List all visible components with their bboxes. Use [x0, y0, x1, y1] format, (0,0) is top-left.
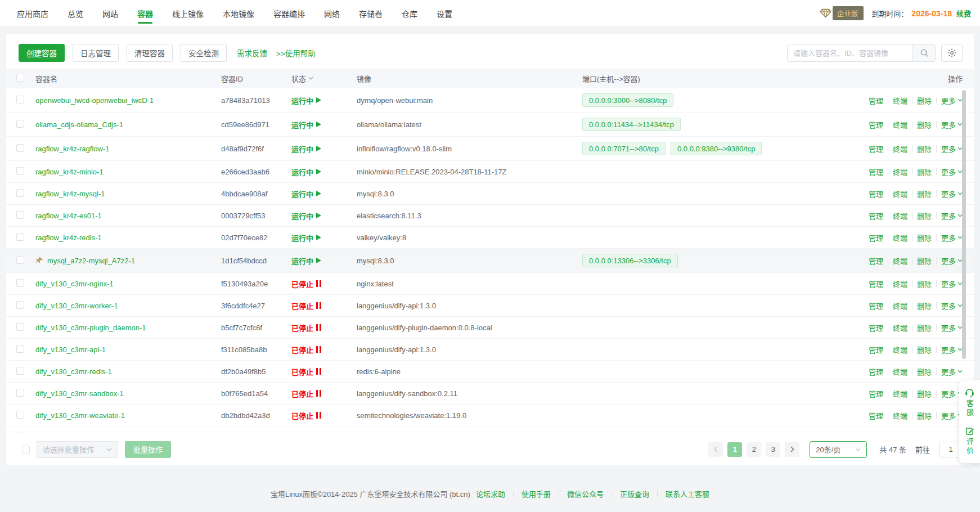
terminal-link[interactable]: 终端 [893, 279, 907, 289]
delete-link[interactable]: 删除 [917, 210, 932, 221]
footer-link[interactable]: 论坛求助 [476, 488, 505, 499]
more-link[interactable]: 更多 [941, 344, 963, 355]
delete-link[interactable]: 删除 [917, 188, 932, 199]
container-name-link[interactable]: dify_v130_c3mr-sandbox-1 [35, 389, 124, 398]
terminal-link[interactable]: 终端 [893, 300, 907, 311]
terminal-link[interactable]: 终端 [893, 143, 907, 154]
nav-item-存储卷[interactable]: 存储卷 [358, 0, 384, 26]
row-checkbox[interactable] [16, 279, 24, 287]
nav-item-仓库[interactable]: 仓库 [401, 0, 419, 26]
manage-link[interactable]: 管理 [869, 344, 883, 355]
table-scrollbar[interactable] [962, 90, 966, 359]
more-link[interactable]: 更多 [941, 279, 963, 289]
security-check-button[interactable]: 安全检测 [181, 44, 227, 62]
row-checkbox[interactable] [16, 167, 24, 175]
delete-link[interactable]: 删除 [917, 95, 932, 106]
manage-link[interactable]: 管理 [869, 210, 883, 221]
delete-link[interactable]: 删除 [917, 119, 932, 130]
container-name-link[interactable]: ragflow_kr4z-es01-1 [35, 212, 102, 220]
clean-container-button[interactable]: 清理容器 [127, 44, 173, 62]
header-status-filter[interactable]: 状态 [291, 73, 357, 84]
row-checkbox[interactable] [16, 301, 24, 309]
log-manage-button[interactable]: 日志管理 [73, 44, 119, 62]
search-button[interactable] [912, 44, 935, 61]
container-name-link[interactable]: dify_v130_c3mr-weaviate-1 [35, 411, 125, 420]
page-number-button[interactable]: 1 [727, 442, 742, 457]
terminal-link[interactable]: 终端 [893, 388, 907, 399]
delete-link[interactable]: 删除 [917, 344, 932, 355]
delete-link[interactable]: 删除 [917, 388, 932, 399]
container-name-link[interactable]: dify_v130_c3mr-redis-1 [35, 367, 112, 376]
more-link[interactable]: 更多 [941, 210, 963, 221]
footer-link[interactable]: 微信公众号 [567, 488, 604, 499]
row-checkbox[interactable] [16, 233, 24, 241]
nav-item-容器[interactable]: 容器 [136, 0, 154, 26]
manage-link[interactable]: 管理 [869, 188, 883, 199]
terminal-link[interactable]: 终端 [893, 188, 907, 199]
more-link[interactable]: 更多 [941, 167, 963, 177]
more-link[interactable]: 更多 [941, 143, 963, 154]
select-all-checkbox[interactable] [16, 74, 24, 82]
review-button[interactable]: 评价 [964, 426, 975, 456]
feedback-link[interactable]: 需求反馈 [237, 47, 267, 59]
delete-link[interactable]: 删除 [917, 232, 932, 243]
container-name-link[interactable]: dify_v130_c3mr-nginx-1 [35, 280, 114, 288]
renew-link[interactable]: 续费 [956, 8, 971, 19]
manage-link[interactable]: 管理 [869, 322, 883, 333]
manage-link[interactable]: 管理 [869, 279, 883, 289]
row-checkbox[interactable] [16, 411, 24, 419]
delete-link[interactable]: 删除 [917, 279, 932, 289]
more-link[interactable]: 更多 [941, 322, 963, 333]
container-name-link[interactable]: openwebui_iwcd-openwebui_iwcD-1 [35, 96, 154, 105]
terminal-link[interactable]: 终端 [893, 322, 907, 333]
more-link[interactable]: 更多 [941, 366, 963, 377]
manage-link[interactable]: 管理 [869, 232, 883, 243]
terminal-link[interactable]: 终端 [893, 366, 907, 377]
nav-item-网站[interactable]: 网站 [101, 0, 119, 26]
page-number-button[interactable]: 3 [766, 442, 780, 457]
manage-link[interactable]: 管理 [869, 119, 883, 130]
manage-link[interactable]: 管理 [869, 300, 883, 311]
row-checkbox[interactable] [16, 189, 24, 197]
terminal-link[interactable]: 终端 [893, 232, 907, 243]
container-name-link[interactable]: dify_v130_c3mr-api-1 [35, 345, 106, 354]
row-checkbox[interactable] [16, 367, 24, 375]
nav-item-容器编排[interactable]: 容器编排 [272, 0, 306, 26]
delete-link[interactable]: 删除 [917, 322, 932, 333]
manage-link[interactable]: 管理 [869, 167, 883, 177]
manage-link[interactable]: 管理 [869, 388, 883, 399]
more-link[interactable]: 更多 [941, 300, 963, 311]
more-link[interactable]: 更多 [941, 255, 963, 266]
delete-link[interactable]: 删除 [917, 255, 932, 266]
delete-link[interactable]: 删除 [917, 300, 932, 311]
container-name-link[interactable]: dify_v130_c3mr-plugin_daemon-1 [35, 324, 146, 332]
delete-link[interactable]: 删除 [917, 167, 932, 177]
nav-item-应用商店[interactable]: 应用商店 [16, 0, 50, 26]
row-checkbox[interactable] [16, 96, 24, 104]
row-checkbox[interactable] [16, 144, 24, 152]
next-page-button[interactable] [785, 442, 799, 457]
help-link[interactable]: >>使用帮助 [276, 47, 316, 59]
more-link[interactable]: 更多 [941, 119, 963, 130]
terminal-link[interactable]: 终端 [893, 95, 907, 106]
customer-service-button[interactable]: 客服 [964, 388, 975, 417]
container-name-link[interactable]: ragflow_kr4z-minio-1 [35, 168, 104, 176]
footer-link[interactable]: 使用手册 [522, 488, 551, 499]
more-link[interactable]: 更多 [941, 232, 963, 243]
delete-link[interactable]: 删除 [917, 143, 932, 154]
row-checkbox[interactable] [16, 211, 24, 219]
terminal-link[interactable]: 终端 [893, 410, 907, 421]
delete-link[interactable]: 删除 [917, 410, 932, 421]
manage-link[interactable]: 管理 [869, 143, 883, 154]
terminal-link[interactable]: 终端 [893, 167, 907, 177]
batch-operation-select[interactable]: 请选择批量操作 [37, 441, 118, 458]
row-checkbox[interactable] [16, 345, 24, 353]
nav-item-本地镜像[interactable]: 本地镜像 [222, 0, 255, 26]
page-number-button[interactable]: 2 [747, 442, 761, 457]
bottom-select-all-checkbox[interactable] [22, 446, 30, 453]
nav-item-设置[interactable]: 设置 [435, 0, 453, 26]
more-link[interactable]: 更多 [941, 188, 963, 199]
prev-page-button[interactable] [708, 442, 723, 457]
page-size-select[interactable]: 20条/页 [810, 441, 867, 458]
search-input[interactable] [788, 44, 912, 61]
